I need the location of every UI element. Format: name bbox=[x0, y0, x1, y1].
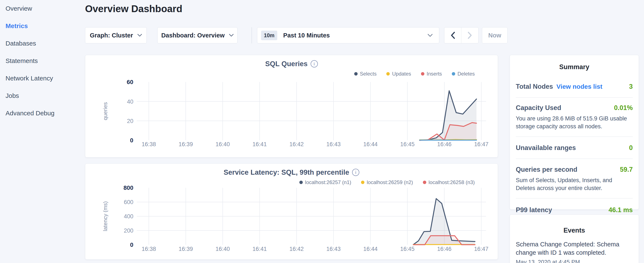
chevron-down-icon bbox=[428, 34, 433, 37]
chevron-left-icon bbox=[451, 32, 455, 39]
chevron-down-icon bbox=[229, 34, 234, 37]
svg-text:16:40: 16:40 bbox=[216, 246, 230, 252]
page-title: Overview Dashboard bbox=[85, 3, 182, 15]
sql-queries-card: SQL Queries i SelectsUpdatesInsertsDelet… bbox=[85, 55, 498, 157]
sidebar-item-overview[interactable]: Overview bbox=[6, 5, 85, 22]
time-range-dropdown[interactable]: 10m Past 10 Minutes bbox=[257, 27, 439, 43]
queries-per-second-description: Sum of Selects, Updates, Inserts, and De… bbox=[516, 176, 633, 192]
sidebar-item-advanced-debug[interactable]: Advanced Debug bbox=[6, 110, 85, 127]
view-nodes-list-link[interactable]: View nodes list bbox=[556, 83, 602, 90]
queries-per-second-value: 59.7 bbox=[620, 166, 633, 173]
service-latency-card: Service Latency: SQL, 99th percentile i … bbox=[85, 163, 498, 259]
svg-text:16:39: 16:39 bbox=[178, 141, 193, 147]
events-title: Events bbox=[516, 215, 633, 234]
svg-text:400: 400 bbox=[124, 213, 133, 220]
svg-text:16:41: 16:41 bbox=[252, 246, 267, 252]
p99-latency-label: P99 latency bbox=[516, 206, 552, 214]
svg-text:600: 600 bbox=[124, 199, 133, 205]
svg-text:16:46: 16:46 bbox=[437, 246, 451, 252]
svg-text:16:46: 16:46 bbox=[437, 141, 451, 147]
svg-text:queries: queries bbox=[102, 102, 108, 120]
unavailable-ranges-value: 0 bbox=[629, 144, 633, 152]
unavailable-ranges-label: Unavailable ranges bbox=[516, 144, 576, 152]
svg-text:16:47: 16:47 bbox=[474, 141, 488, 147]
graph-dropdown[interactable]: Graph: Cluster bbox=[85, 27, 147, 43]
chevron-right-icon bbox=[468, 32, 472, 39]
svg-text:16:42: 16:42 bbox=[289, 246, 304, 252]
svg-text:16:39: 16:39 bbox=[178, 246, 193, 252]
summary-title: Summary bbox=[516, 55, 633, 71]
queries-per-second-label: Queries per second bbox=[516, 166, 577, 173]
svg-text:16:47: 16:47 bbox=[474, 246, 488, 252]
capacity-used-value: 0.01% bbox=[614, 104, 633, 112]
time-back-button[interactable] bbox=[444, 28, 461, 43]
sidebar: Overview Metrics Databases Statements Ne… bbox=[0, 0, 85, 263]
svg-text:16:38: 16:38 bbox=[142, 141, 156, 147]
event-message[interactable]: Schema Change Completed: Schema change w… bbox=[516, 240, 633, 257]
p99-latency-value: 46.1 ms bbox=[608, 206, 633, 214]
graph-dropdown-label: Graph: Cluster bbox=[90, 32, 133, 39]
svg-text:16:45: 16:45 bbox=[400, 246, 414, 252]
sidebar-item-metrics[interactable]: Metrics bbox=[6, 22, 85, 40]
sidebar-item-databases[interactable]: Databases bbox=[6, 40, 85, 57]
total-nodes-value: 3 bbox=[629, 83, 633, 90]
capacity-used-description: You are using 28.6 MiB of 515.9 GiB usab… bbox=[516, 115, 633, 130]
sidebar-item-network-latency[interactable]: Network Latency bbox=[6, 75, 85, 92]
svg-text:16:43: 16:43 bbox=[326, 246, 340, 252]
service-latency-chart[interactable]: 16:3816:3916:4016:4116:4216:4316:4416:45… bbox=[85, 164, 498, 259]
svg-text:200: 200 bbox=[124, 227, 133, 234]
events-panel: Events Schema Change Completed: Schema c… bbox=[510, 214, 639, 263]
svg-text:0: 0 bbox=[130, 241, 134, 248]
capacity-used-label: Capacity Used bbox=[516, 104, 561, 112]
time-range-label: Past 10 Minutes bbox=[283, 32, 428, 39]
dashboard-dropdown-label: Dashboard: Overview bbox=[161, 32, 224, 39]
sql-queries-chart[interactable]: 16:3816:3916:4016:4116:4216:4316:4416:45… bbox=[85, 55, 498, 157]
svg-text:16:44: 16:44 bbox=[363, 141, 378, 147]
sidebar-item-statements[interactable]: Statements bbox=[6, 57, 85, 75]
controls-bar: Graph: Cluster Dashboard: Overview 10m P… bbox=[85, 27, 508, 43]
svg-text:16:40: 16:40 bbox=[216, 141, 230, 147]
time-forward-button[interactable] bbox=[461, 28, 478, 43]
total-nodes-label: Total Nodes bbox=[516, 83, 553, 90]
time-range-badge: 10m bbox=[261, 31, 277, 40]
svg-text:16:44: 16:44 bbox=[363, 246, 378, 252]
sidebar-item-jobs[interactable]: Jobs bbox=[6, 92, 85, 110]
event-timestamp: May 13, 2020 at 4:45 PM bbox=[516, 259, 633, 263]
svg-text:0: 0 bbox=[130, 137, 134, 144]
dashboard-dropdown[interactable]: Dashboard: Overview bbox=[157, 27, 238, 43]
svg-text:16:42: 16:42 bbox=[289, 141, 304, 147]
controls-divider bbox=[252, 27, 252, 43]
time-step-buttons bbox=[444, 27, 478, 43]
svg-text:20: 20 bbox=[127, 118, 133, 124]
svg-text:latency (ms): latency (ms) bbox=[102, 201, 108, 231]
svg-text:16:41: 16:41 bbox=[252, 141, 266, 147]
svg-text:40: 40 bbox=[127, 99, 133, 105]
svg-text:60: 60 bbox=[127, 79, 133, 85]
summary-panel: Summary Total Nodes View nodes list 3 Ca… bbox=[510, 55, 639, 210]
now-button[interactable]: Now bbox=[482, 27, 508, 43]
svg-text:16:43: 16:43 bbox=[326, 141, 340, 147]
svg-text:16:38: 16:38 bbox=[142, 246, 156, 252]
svg-text:800: 800 bbox=[124, 184, 133, 191]
chevron-down-icon bbox=[137, 34, 142, 37]
svg-text:16:45: 16:45 bbox=[400, 141, 414, 147]
